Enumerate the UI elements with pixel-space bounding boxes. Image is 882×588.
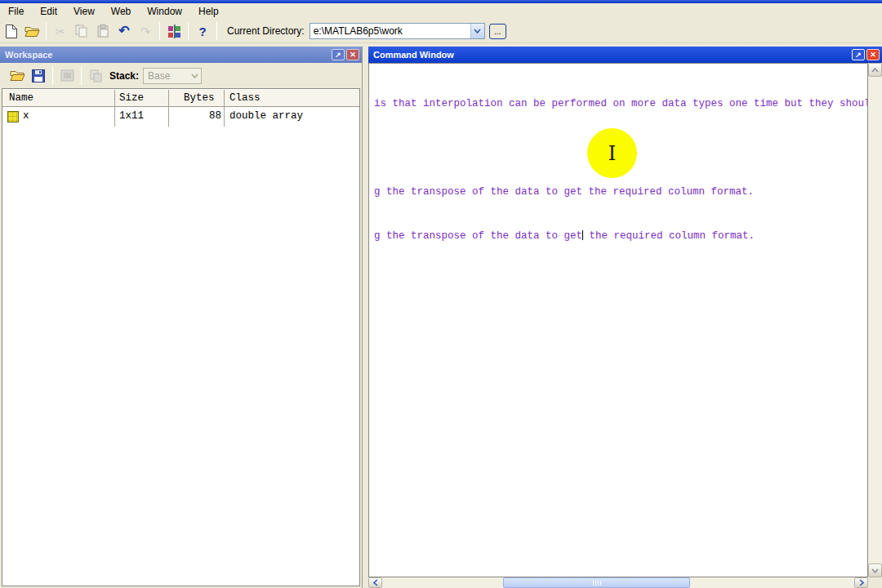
paste-icon	[97, 24, 109, 38]
workspace-plot-button	[57, 66, 77, 86]
workspace-table: Name Size Bytes Class x 1x11 88 double a…	[2, 88, 360, 586]
close-icon[interactable]: ✕	[346, 49, 359, 60]
chevron-down-icon	[474, 29, 481, 33]
cut-icon: ✂	[56, 25, 66, 38]
open-folder-icon	[24, 25, 40, 38]
chevron-down-icon	[871, 568, 879, 573]
workspace-panel: Workspace ↗ ✕	[0, 47, 362, 588]
close-icon[interactable]: ✕	[866, 49, 880, 60]
workspace-delete-button	[86, 66, 105, 86]
chevron-down-icon	[188, 69, 201, 83]
redo-icon: ↷	[140, 25, 151, 38]
help-icon: ?	[198, 25, 206, 38]
simulink-button[interactable]	[164, 21, 184, 41]
current-directory-label: Current Directory:	[227, 25, 305, 37]
scroll-right-button[interactable]	[854, 577, 868, 588]
open-file-button[interactable]	[22, 21, 42, 41]
scroll-left-button[interactable]	[368, 577, 382, 588]
panel-splitter[interactable]	[362, 47, 368, 588]
col-header-bytes[interactable]: Bytes	[184, 92, 215, 104]
undock-icon[interactable]: ↗	[852, 49, 865, 60]
undo-button[interactable]: ↶	[114, 21, 134, 41]
table-header-row: Name Size Bytes Class	[2, 90, 359, 107]
combobox-dropdown-button[interactable]	[470, 24, 484, 38]
delete-icon	[89, 69, 102, 82]
copy-icon	[75, 24, 88, 38]
command-window-titlebar[interactable]: Command Window ↗ ✕	[368, 47, 882, 63]
menu-window[interactable]: Window	[139, 4, 190, 19]
menu-edit[interactable]: Edit	[32, 4, 65, 19]
main-toolbar: ✂ ↶ ↷ ? Current Directory:	[0, 20, 882, 43]
save-floppy-icon	[32, 69, 45, 82]
workspace-toolbar: Stack: Base	[0, 63, 362, 88]
cursor-highlight-circle: I	[587, 128, 637, 178]
current-directory-value: e:\MATLAB6p5\work	[314, 25, 403, 37]
command-window-text-area[interactable]: is that interpolation can be performed o…	[368, 63, 868, 577]
vertical-scrollbar[interactable]	[868, 63, 882, 577]
workspace-title: Workspace	[5, 50, 53, 60]
table-row[interactable]: x 1x11 88 double array	[2, 108, 359, 127]
toolbar-separator	[52, 67, 53, 85]
scrollbar-thumb[interactable]	[503, 577, 690, 588]
simulink-icon	[167, 24, 181, 38]
menu-bar: File Edit View Web Window Help	[0, 3, 882, 20]
matlab-window: File Edit View Web Window Help ✂	[0, 0, 882, 588]
new-file-button[interactable]	[1, 21, 20, 41]
help-button[interactable]: ?	[193, 21, 212, 41]
chevron-right-icon	[859, 579, 864, 586]
col-header-size[interactable]: Size	[119, 92, 144, 104]
workspace-save-button[interactable]	[29, 66, 48, 86]
toolbar-separator	[216, 22, 217, 40]
toolbar-separator	[81, 67, 82, 85]
undo-icon: ↶	[118, 24, 129, 38]
scrollbar-corner	[868, 577, 882, 588]
new-document-icon	[5, 24, 17, 38]
undock-icon[interactable]: ↗	[332, 49, 345, 60]
workspace-titlebar[interactable]: Workspace ↗ ✕	[0, 47, 362, 63]
matrix-variable-icon	[7, 111, 19, 122]
current-directory-combobox[interactable]: e:\MATLAB6p5\work	[310, 23, 485, 39]
toolbar-separator	[188, 22, 189, 40]
col-header-name[interactable]: Name	[9, 92, 33, 104]
menu-web[interactable]: Web	[103, 4, 139, 19]
stack-value: Base	[148, 70, 170, 82]
chevron-left-icon	[373, 579, 378, 586]
cell-size: 1x11	[119, 110, 144, 122]
command-output-line: is that interpolation can be performed o…	[374, 96, 867, 111]
chevron-up-icon	[871, 68, 879, 73]
cut-button: ✂	[51, 21, 70, 41]
toolbar-separator	[159, 22, 160, 40]
workspace-open-button[interactable]	[7, 66, 27, 86]
browse-directory-button[interactable]: ...	[489, 24, 506, 39]
menu-view[interactable]: View	[65, 4, 103, 19]
copy-button	[72, 21, 91, 41]
cell-name: x	[23, 110, 29, 122]
command-output-line: g the transpose of the data to get the r…	[374, 185, 867, 199]
menu-help[interactable]: Help	[190, 4, 227, 19]
redo-button: ↷	[136, 21, 155, 41]
stack-label: Stack:	[109, 70, 139, 82]
toolbar-separator	[46, 22, 47, 40]
cell-class: double array	[229, 110, 303, 122]
scroll-down-button[interactable]	[868, 564, 882, 577]
command-window-title: Command Window	[373, 50, 454, 60]
horizontal-scrollbar[interactable]	[368, 577, 868, 588]
ibeam-cursor-icon: I	[608, 146, 617, 161]
command-output-line: g the transpose of the data to get the r…	[374, 229, 867, 243]
menu-file[interactable]: File	[0, 4, 32, 19]
scroll-up-button[interactable]	[868, 63, 882, 77]
plot-icon	[60, 69, 74, 82]
paste-button	[93, 21, 113, 41]
cell-bytes: 88	[198, 110, 221, 122]
command-window-panel: Command Window ↗ ✕ is that interpolation…	[368, 47, 882, 588]
col-header-class[interactable]: Class	[229, 92, 261, 104]
open-folder-icon	[10, 69, 25, 82]
stack-combobox: Base	[143, 68, 202, 84]
